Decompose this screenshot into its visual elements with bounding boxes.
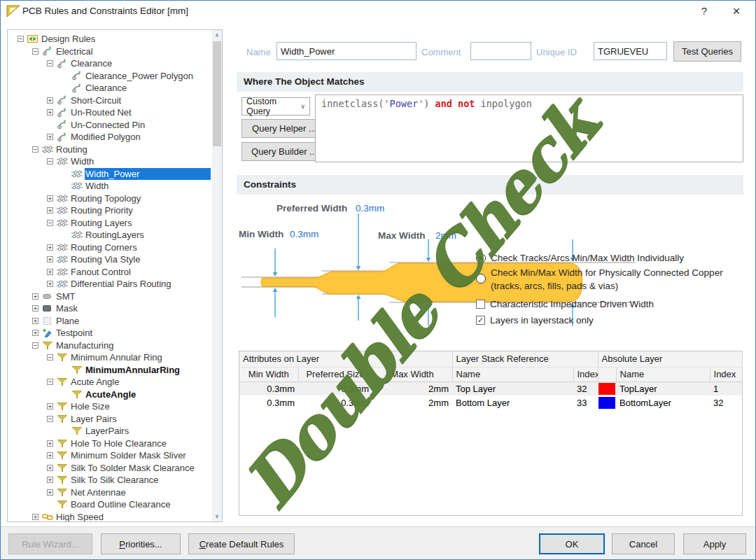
- tree-item-routinglayers[interactable]: RoutingLayers: [62, 229, 211, 241]
- cell-max-width[interactable]: 2mm: [372, 396, 452, 410]
- expander-plus-icon[interactable]: +: [47, 244, 53, 251]
- tree-item-un-routed-net[interactable]: +Un-Routed Net: [47, 106, 211, 119]
- expander-minus-icon[interactable]: −: [47, 379, 53, 385]
- cell-preferred-size[interactable]: 0.3mm: [298, 396, 372, 410]
- tree-item-layer-pairs[interactable]: −Layer Pairs: [47, 413, 211, 426]
- scroll-down-icon[interactable]: ∨: [212, 511, 222, 522]
- tree-item-minimumannularring[interactable]: MinimumAnnularRing: [62, 364, 211, 377]
- tree-item-hole-size[interactable]: +Hole Size: [47, 400, 211, 413]
- cell-min-width[interactable]: 0.3mm: [239, 382, 298, 396]
- tree-item-board-outline-clearance[interactable]: Board Outline Clearance: [47, 498, 211, 511]
- expander-plus-icon[interactable]: +: [47, 489, 53, 496]
- expander-minus-icon[interactable]: −: [47, 158, 53, 164]
- expander-plus-icon[interactable]: +: [32, 330, 38, 336]
- cell-ls-name[interactable]: Bottom Layer: [452, 396, 573, 410]
- expander-plus-icon[interactable]: +: [47, 403, 53, 410]
- expander-minus-icon[interactable]: −: [32, 146, 38, 153]
- expander-minus-icon[interactable]: −: [18, 36, 24, 42]
- query-editor[interactable]: innetclass('Power') and not inpolygon: [315, 94, 743, 162]
- col-color[interactable]: [598, 367, 616, 382]
- test-queries-button[interactable]: Test Queries: [673, 41, 741, 62]
- expander-plus-icon[interactable]: +: [47, 195, 53, 202]
- expander-plus-icon[interactable]: +: [32, 318, 38, 324]
- col-min-width[interactable]: Min Width: [239, 367, 298, 382]
- expander-plus-icon[interactable]: +: [47, 256, 53, 262]
- tree-item-width[interactable]: −Width: [47, 155, 211, 168]
- query-kind-dropdown[interactable]: Custom Query ∨: [241, 97, 310, 115]
- cell-al-index[interactable]: 1: [710, 382, 742, 396]
- tree-item-width[interactable]: Width: [62, 180, 211, 192]
- tree-item-routing-corners[interactable]: +Routing Corners: [47, 241, 211, 254]
- layer-color-swatch[interactable]: [598, 397, 615, 409]
- name-input[interactable]: [276, 42, 416, 60]
- tree-item-silk-to-solder-mask-clearance[interactable]: +Silk To Solder Mask Clearance: [47, 462, 211, 475]
- layer-color-swatch[interactable]: [598, 383, 615, 395]
- tree-item-routing-priority[interactable]: +Routing Priority: [47, 204, 211, 217]
- group-attributes-on-layer[interactable]: Attributes on Layer: [239, 351, 452, 367]
- expander-plus-icon[interactable]: +: [47, 109, 53, 115]
- expander-plus-icon[interactable]: +: [47, 269, 53, 275]
- priorities-button[interactable]: Priorities...: [101, 533, 181, 554]
- tree-item-silk-to-silk-clearance[interactable]: +Silk To Silk Clearance: [47, 474, 211, 486]
- tree-item-routing[interactable]: −Routing: [32, 144, 211, 156]
- expander-minus-icon[interactable]: −: [47, 60, 53, 66]
- expander-plus-icon[interactable]: +: [47, 440, 53, 447]
- expander-minus-icon[interactable]: −: [47, 416, 53, 422]
- tree-item-acuteangle[interactable]: AcuteAngle: [62, 388, 211, 401]
- tree-item-clearance-power-polygon[interactable]: Clearance_Power Polygon: [62, 70, 211, 83]
- close-icon[interactable]: ×: [721, 0, 752, 22]
- table-row[interactable]: 0.3mm0.3mm2mmTop Layer32TopLayer1: [239, 382, 742, 396]
- tree-item-mask[interactable]: +Mask: [32, 302, 211, 315]
- tree-item-fanout-control[interactable]: +Fanout Control: [47, 266, 211, 279]
- tree-item-plane[interactable]: +Plane: [32, 315, 211, 328]
- comment-input[interactable]: [470, 42, 531, 60]
- create-default-rules-button[interactable]: Create Default Rules: [188, 533, 295, 554]
- unique-id-input[interactable]: [594, 42, 667, 60]
- tree-item-differential-pairs-routing[interactable]: +Differential Pairs Routing: [47, 278, 211, 290]
- cell-color[interactable]: [598, 382, 616, 396]
- tree-item-width-power[interactable]: Width_Power: [62, 168, 211, 181]
- cell-al-name[interactable]: BottomLayer: [616, 396, 710, 410]
- cell-ls-name[interactable]: Top Layer: [452, 382, 573, 396]
- expander-minus-icon[interactable]: −: [47, 220, 53, 226]
- tree-item-short-circuit[interactable]: +Short-Circuit: [47, 94, 211, 107]
- radio-check-individually[interactable]: [476, 253, 486, 263]
- query-builder-button[interactable]: Query Builder ...: [241, 142, 327, 161]
- expander-plus-icon[interactable]: +: [47, 134, 53, 140]
- tree-item-clearance[interactable]: −Clearance: [47, 57, 211, 70]
- tree-scrollbar[interactable]: ∧ ∨: [212, 30, 222, 522]
- col-preferred-size[interactable]: Preferred Size: [298, 367, 372, 382]
- expander-plus-icon[interactable]: +: [47, 281, 53, 287]
- cell-min-width[interactable]: 0.3mm: [239, 396, 298, 410]
- expander-plus-icon[interactable]: +: [32, 293, 38, 300]
- group-layer-stack-reference[interactable]: Layer Stack Reference: [452, 351, 598, 367]
- tree-item-layerpairs[interactable]: LayerPairs: [62, 425, 211, 438]
- ok-button[interactable]: OK: [539, 533, 605, 554]
- cancel-button[interactable]: Cancel: [612, 533, 675, 554]
- radio-check-connected-copper[interactable]: [476, 274, 486, 284]
- tree-item-manufacturing[interactable]: −Manufacturing: [32, 340, 211, 352]
- expander-plus-icon[interactable]: +: [47, 477, 53, 483]
- tree-item-clearance[interactable]: Clearance: [62, 82, 211, 94]
- col-al-index[interactable]: Index: [710, 367, 742, 382]
- col-ls-name[interactable]: Name: [452, 367, 573, 382]
- tree-item-un-connected-pin[interactable]: Un-Connected Pin: [47, 119, 211, 132]
- tree-item-modified-polygon[interactable]: +Modified Polygon: [47, 131, 211, 144]
- scroll-up-icon[interactable]: ∧: [212, 30, 222, 41]
- cell-ls-index[interactable]: 33: [573, 396, 598, 410]
- cell-max-width[interactable]: 2mm: [372, 382, 452, 396]
- cell-preferred-size[interactable]: 0.3mm: [298, 382, 372, 396]
- table-row[interactable]: 0.3mm0.3mm2mmBottom Layer33BottomLayer32: [239, 396, 742, 410]
- cell-color[interactable]: [598, 396, 616, 410]
- query-helper-button[interactable]: Query Helper ...: [241, 119, 327, 138]
- cell-al-index[interactable]: 32: [710, 396, 742, 410]
- tree-item-minimum-annular-ring[interactable]: −Minimum Annular Ring: [47, 351, 211, 364]
- expander-plus-icon[interactable]: +: [47, 97, 53, 104]
- tree-item-routing-via-style[interactable]: +Routing Via Style: [47, 253, 211, 266]
- col-al-name[interactable]: Name: [616, 367, 710, 382]
- expander-plus-icon[interactable]: +: [47, 207, 53, 214]
- tree-item-routing-topology[interactable]: +Routing Topology: [47, 192, 211, 205]
- help-icon[interactable]: ?: [689, 0, 720, 22]
- expander-minus-icon[interactable]: −: [47, 354, 53, 360]
- expander-plus-icon[interactable]: +: [32, 305, 38, 312]
